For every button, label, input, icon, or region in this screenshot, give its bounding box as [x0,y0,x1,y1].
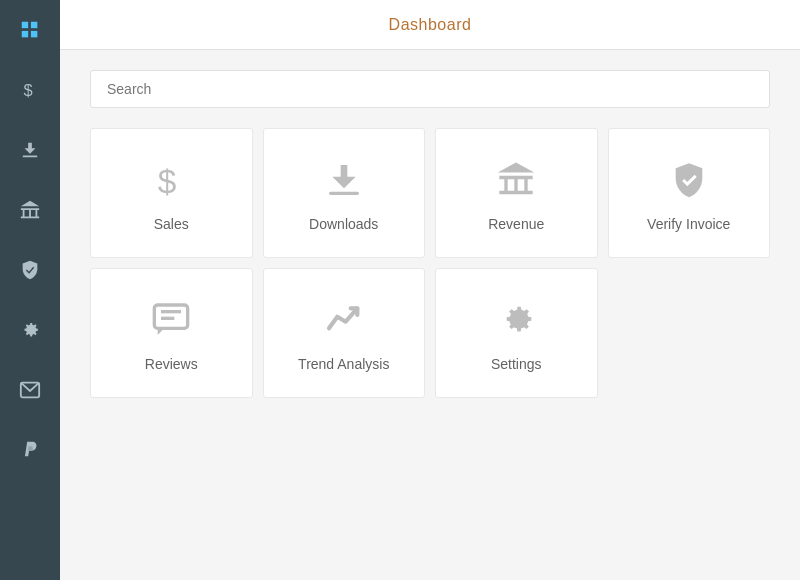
sidebar: $ [0,0,60,580]
trend-analysis-icon [324,300,364,340]
svg-rect-8 [329,192,359,195]
card-revenue-label: Revenue [488,216,544,232]
main-content: Dashboard $ Sales [60,0,800,580]
grid-icon [19,19,41,41]
card-revenue[interactable]: Revenue [435,128,598,258]
paypal-icon [19,439,41,461]
settings-icon [496,300,536,340]
card-trend-analysis[interactable]: Trend Analysis [263,268,426,398]
card-trend-analysis-label: Trend Analysis [298,356,389,372]
shield-icon [19,259,41,281]
card-verify-invoice[interactable]: Verify Invoice [608,128,771,258]
header: Dashboard [60,0,800,50]
reviews-icon [151,300,191,340]
sidebar-item-paypal[interactable] [0,420,60,480]
svg-rect-5 [23,156,38,158]
sidebar-item-email[interactable] [0,360,60,420]
downloads-icon [324,160,364,200]
search-bar [90,70,770,108]
sidebar-item-downloads[interactable] [0,120,60,180]
sidebar-item-verify[interactable] [0,240,60,300]
card-settings[interactable]: Settings [435,268,598,398]
card-downloads-label: Downloads [309,216,378,232]
sidebar-item-settings[interactable] [0,300,60,360]
svg-text:$: $ [24,81,33,99]
dollar-icon: $ [19,79,41,101]
sidebar-item-sales[interactable]: $ [0,60,60,120]
revenue-icon [496,160,536,200]
content-area: $ Sales Downloads [60,50,800,580]
card-downloads[interactable]: Downloads [263,128,426,258]
svg-text:$: $ [158,163,177,200]
mail-icon [19,379,41,401]
card-reviews-label: Reviews [145,356,198,372]
page-title: Dashboard [389,16,472,34]
download-icon [19,139,41,161]
svg-rect-2 [22,31,28,37]
sales-icon: $ [151,160,191,200]
card-reviews[interactable]: Reviews [90,268,253,398]
sidebar-item-revenue[interactable] [0,180,60,240]
svg-rect-1 [31,22,37,28]
verify-invoice-icon [669,160,709,200]
card-verify-invoice-label: Verify Invoice [647,216,730,232]
dashboard-grid: $ Sales Downloads [90,128,770,398]
card-sales-label: Sales [154,216,189,232]
sidebar-item-dashboard[interactable] [0,0,60,60]
card-settings-label: Settings [491,356,542,372]
gear-icon [19,319,41,341]
bank-icon [19,199,41,221]
card-sales[interactable]: $ Sales [90,128,253,258]
svg-rect-3 [31,31,37,37]
svg-rect-0 [22,22,28,28]
search-input[interactable] [90,70,770,108]
